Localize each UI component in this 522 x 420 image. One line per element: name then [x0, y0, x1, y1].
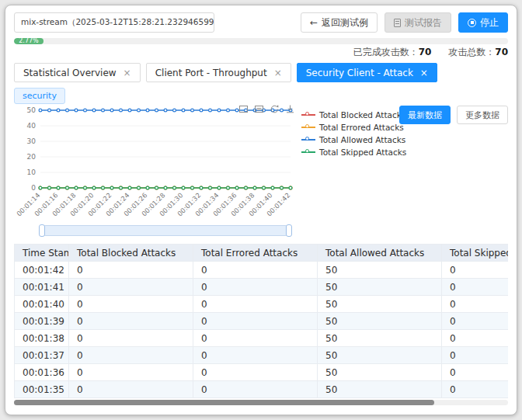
legend-label: Total Blocked Attacks	[319, 110, 405, 120]
total-attacks-value: 70	[495, 47, 508, 57]
legend-item[interactable]: Total Allowed Attacks	[301, 135, 406, 144]
attack-progress-bar: 2.77%	[14, 38, 508, 44]
table-header-row: Time StampTotal Blocked AttacksTotal Err…	[15, 245, 509, 262]
table-cell: 0	[69, 279, 193, 296]
legend-item[interactable]: Total Blocked Attacks	[301, 110, 406, 120]
table-cell: 0	[193, 313, 318, 330]
legend-marker-icon	[301, 111, 315, 119]
svg-text:30: 30	[27, 137, 37, 145]
svg-text:0: 0	[31, 184, 36, 192]
legend-item[interactable]: Total Skipped Attacks	[301, 148, 406, 157]
attack-stats: 已完成攻击数：70 攻击总数：70	[14, 47, 508, 58]
table-cell: 50	[318, 330, 442, 347]
table-header-cell: Total Errored Attacks	[193, 245, 318, 262]
table-cell: 50	[318, 381, 442, 398]
table-cell: 0	[442, 262, 509, 279]
table-cell: 0	[193, 347, 318, 364]
tab-label: Client Port - Throughput	[155, 68, 267, 78]
table-cell: 0	[69, 364, 193, 381]
tab-statistical-overview[interactable]: Statistical Overview ×	[14, 63, 141, 82]
tab-bar: Statistical Overview × Client Port - Thr…	[14, 63, 508, 82]
latest-data-button[interactable]: 最新数据	[399, 106, 451, 124]
stop-label: 停止	[480, 16, 499, 30]
table-cell: 0	[193, 381, 318, 398]
attack-table: Time StampTotal Blocked AttacksTotal Err…	[14, 244, 508, 398]
back-to-testcase-button[interactable]: ← 返回测试例	[301, 12, 378, 33]
datazoom-left-handle[interactable]	[39, 224, 45, 237]
table-cell: 0	[193, 364, 318, 381]
table-row: 00:01:3800500	[15, 330, 509, 347]
table-cell: 50	[318, 279, 442, 296]
chart-box: 0102030405000:01:1400:01:1600:01:1800:01…	[14, 104, 300, 236]
stop-icon	[468, 19, 476, 27]
total-attacks-label: 攻击总数：	[448, 47, 495, 57]
table-cell: 0	[442, 296, 509, 313]
table-cell: 0	[69, 262, 193, 279]
table-cell: 0	[69, 313, 193, 330]
test-report-label: 测试报告	[405, 16, 442, 30]
close-icon[interactable]: ×	[274, 68, 282, 78]
attacks-line-chart: 0102030405000:01:1400:01:1600:01:1800:01…	[14, 104, 300, 220]
table-cell: 0	[193, 330, 318, 347]
table-cell: 0	[442, 313, 509, 330]
table-cell: 0	[69, 296, 193, 313]
topbar: mix-stream（2025-03-12T15:28:21.232946599…	[14, 12, 508, 33]
chart-toolbox	[238, 104, 295, 114]
table-cell: 00:01:42	[15, 262, 69, 279]
svg-text:40: 40	[27, 122, 37, 130]
table-cell: 50	[318, 364, 442, 381]
completed-attacks-label: 已完成攻击数：	[353, 47, 419, 57]
table-cell: 0	[442, 347, 509, 364]
toolbox-download-icon[interactable]	[285, 104, 295, 114]
progress-percent: 2.77%	[19, 38, 38, 44]
table-cell: 50	[318, 262, 442, 279]
table-cell: 0	[442, 381, 509, 398]
table-cell: 00:01:37	[15, 347, 69, 364]
table-cell: 0	[69, 381, 193, 398]
attack-progress-fill: 2.77%	[14, 38, 44, 44]
tab-client-port-throughput[interactable]: Client Port - Throughput ×	[146, 63, 291, 82]
more-data-button[interactable]: 更多数据	[457, 106, 508, 124]
table-cell: 00:01:41	[15, 279, 69, 296]
toolbox-dataview-icon[interactable]	[254, 104, 264, 114]
app-window: mix-stream（2025-03-12T15:28:21.232946599…	[5, 5, 517, 415]
table-cell: 0	[442, 364, 509, 381]
test-report-button[interactable]: 测试报告	[385, 12, 451, 33]
table-cell: 0	[193, 279, 318, 296]
svg-text:20: 20	[27, 153, 37, 161]
toolbox-datazoom-icon[interactable]	[238, 104, 249, 114]
table-cell: 0	[69, 347, 193, 364]
table-cell: 0	[442, 279, 509, 296]
legend-label: Total Allowed Attacks	[319, 135, 405, 144]
table-cell: 0	[69, 330, 193, 347]
horizontal-scrollbar[interactable]	[14, 400, 508, 405]
back-arrow-icon: ←	[310, 17, 318, 28]
chart-area: 0102030405000:01:1400:01:1600:01:1800:01…	[14, 104, 508, 236]
stop-button[interactable]: 停止	[458, 12, 508, 33]
table-header-cell: Total Skipped Attacks	[442, 245, 509, 262]
table-header-cell: Time Stamp	[15, 245, 69, 262]
legend-label: Total Skipped Attacks	[319, 148, 406, 157]
datazoom-right-handle[interactable]	[286, 224, 292, 237]
table-row: 00:01:4000500	[15, 296, 509, 313]
test-run-select[interactable]: mix-stream（2025-03-12T15:28:21.232946599…	[14, 12, 214, 33]
close-icon[interactable]: ×	[420, 68, 428, 78]
svg-text:50: 50	[27, 106, 37, 114]
table-cell: 00:01:39	[15, 313, 69, 330]
table-cell: 00:01:35	[15, 381, 69, 398]
legend-marker-icon	[301, 123, 315, 131]
attack-table-container: Time StampTotal Blocked AttacksTotal Err…	[14, 244, 508, 405]
tab-label: Statistical Overview	[23, 68, 117, 78]
close-icon[interactable]: ×	[124, 68, 131, 78]
topbar-actions: ← 返回测试例 测试报告 停止	[301, 12, 508, 33]
datazoom-slider[interactable]	[40, 225, 291, 236]
tab-security-client-attack[interactable]: Security Client - Attack ×	[297, 63, 437, 82]
scrollbar-thumb[interactable]	[14, 400, 434, 405]
back-to-testcase-label: 返回测试例	[322, 16, 368, 30]
legend-item[interactable]: Total Errored Attacks	[301, 123, 406, 132]
document-icon	[394, 19, 401, 27]
test-run-select-value: mix-stream（2025-03-12T15:28:21.232946599…	[21, 17, 214, 28]
completed-attacks-value: 70	[419, 47, 432, 57]
chart-legend: Total Blocked AttacksTotal Errored Attac…	[301, 104, 406, 236]
toolbox-restore-icon[interactable]	[270, 104, 280, 114]
